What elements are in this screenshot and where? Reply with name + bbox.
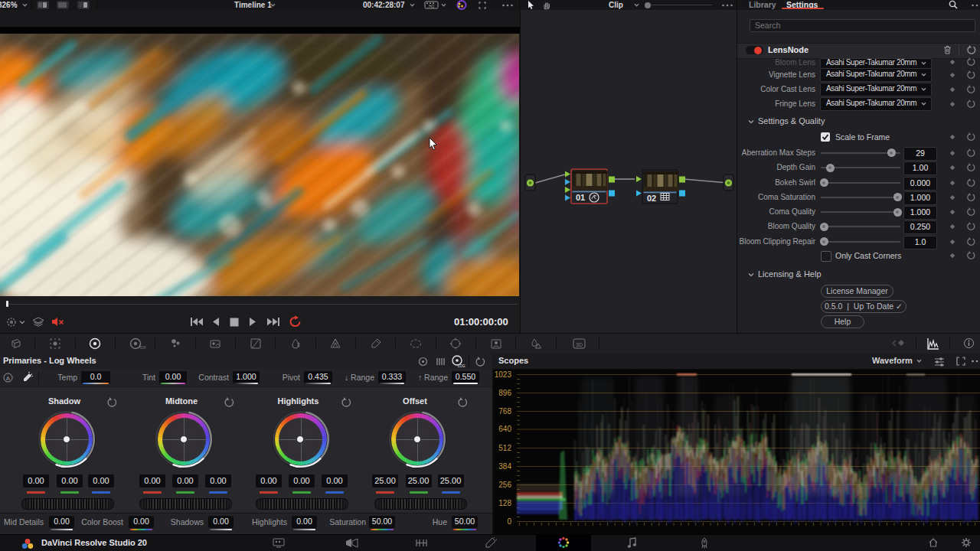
svg-text:01: 01: [576, 193, 585, 202]
svg-text:1023: 1023: [495, 370, 512, 379]
svg-text:512: 512: [498, 444, 511, 452]
svg-text:768: 768: [498, 407, 511, 416]
svg-text:640: 640: [498, 425, 511, 433]
svg-text:A: A: [6, 375, 11, 382]
svg-text:128: 128: [498, 499, 511, 507]
svg-text:3D: 3D: [576, 342, 583, 347]
svg-text:LOG: LOG: [458, 364, 466, 368]
svg-text:0: 0: [507, 517, 511, 526]
svg-text:02: 02: [647, 194, 656, 203]
svg-text:256: 256: [498, 481, 511, 489]
svg-text:384: 384: [498, 462, 511, 471]
svg-text:896: 896: [498, 389, 511, 397]
svg-text:HDR: HDR: [139, 346, 146, 350]
svg-text:HQ: HQ: [429, 4, 435, 8]
